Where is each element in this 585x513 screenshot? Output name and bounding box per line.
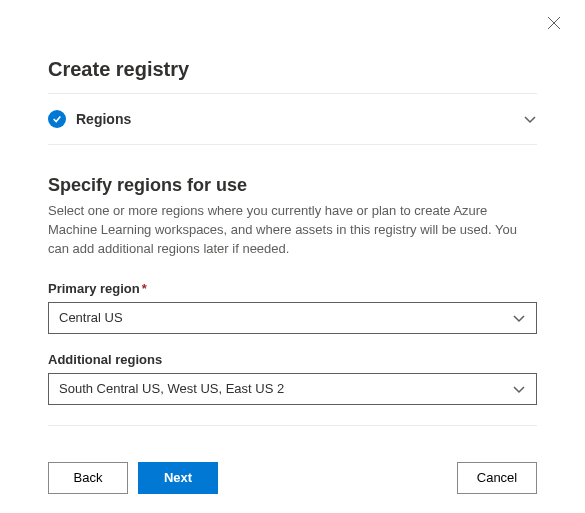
primary-region-label: Primary region*	[48, 281, 537, 296]
section-body: Specify regions for use Select one or mo…	[48, 145, 537, 425]
close-icon	[547, 16, 561, 30]
divider	[48, 425, 537, 426]
section-label: Regions	[76, 111, 131, 127]
chevron-down-icon	[512, 311, 526, 325]
additional-regions-label: Additional regions	[48, 352, 537, 367]
footer: Back Next Cancel	[48, 446, 537, 494]
close-button[interactable]	[543, 12, 565, 38]
primary-region-value: Central US	[59, 310, 123, 325]
section-header-regions[interactable]: Regions	[48, 94, 537, 144]
additional-regions-value: South Central US, West US, East US 2	[59, 381, 284, 396]
chevron-down-icon	[512, 382, 526, 396]
next-button[interactable]: Next	[138, 462, 218, 494]
back-button[interactable]: Back	[48, 462, 128, 494]
page-title: Create registry	[48, 0, 537, 93]
additional-regions-select[interactable]: South Central US, West US, East US 2	[48, 373, 537, 405]
primary-region-select[interactable]: Central US	[48, 302, 537, 334]
section-description: Select one or more regions where you cur…	[48, 202, 537, 259]
chevron-down-icon	[523, 112, 537, 126]
required-indicator: *	[142, 281, 147, 296]
primary-region-label-text: Primary region	[48, 281, 140, 296]
cancel-button[interactable]: Cancel	[457, 462, 537, 494]
check-circle-icon	[48, 110, 66, 128]
section-subtitle: Specify regions for use	[48, 175, 537, 196]
